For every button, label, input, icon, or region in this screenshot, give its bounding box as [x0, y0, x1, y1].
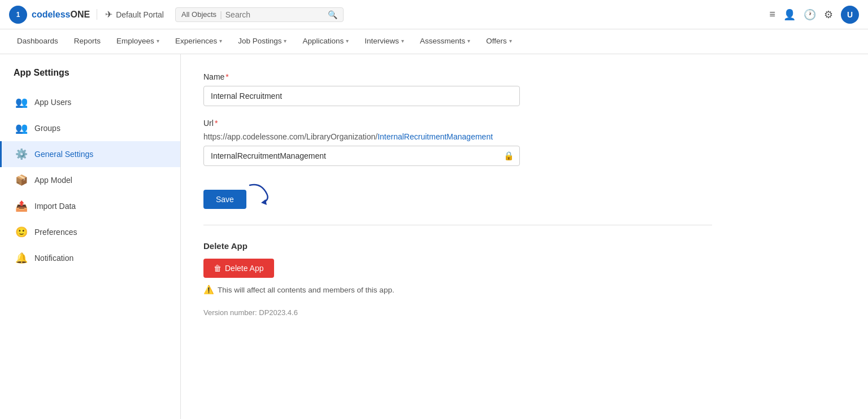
users-icon: 👥 [15, 96, 28, 108]
required-indicator: * [225, 72, 228, 81]
portal-label: Default Portal [116, 10, 164, 19]
name-input[interactable] [203, 86, 520, 106]
topbar: 1 codelessONE ✈ Default Portal All Objec… [0, 0, 868, 29]
chevron-down-icon: ▾ [467, 38, 470, 44]
sidebar-item-label: App Users [34, 98, 71, 107]
search-icon: 🔍 [328, 10, 337, 19]
delete-section-title: Delete App [203, 241, 845, 251]
sidebar-item-import-data[interactable]: 📤 Import Data [0, 193, 180, 219]
box-icon: 📦 [15, 174, 28, 186]
logo-icon: 1 [9, 6, 27, 24]
name-field-group: Name* [203, 72, 845, 106]
nav-reports[interactable]: Reports [66, 29, 108, 54]
chevron-down-icon: ▾ [509, 38, 512, 44]
bell-icon: 🔔 [15, 252, 28, 264]
nav-interviews[interactable]: Interviews ▾ [357, 29, 412, 54]
lock-icon: 🔒 [504, 151, 514, 161]
sidebar-item-general-settings[interactable]: ⚙️ General Settings [0, 141, 180, 167]
sidebar-item-label: Groups [34, 124, 60, 133]
warning-icon: ⚠️ [203, 285, 214, 295]
nav-assessments[interactable]: Assessments ▾ [412, 29, 478, 54]
sidebar-item-label: App Model [34, 176, 72, 185]
url-input[interactable] [203, 146, 520, 166]
sidebar-title: App Settings [0, 68, 180, 89]
chevron-down-icon: ▾ [401, 38, 404, 44]
objects-dropdown[interactable]: All Objects [181, 10, 216, 19]
name-label: Name* [203, 72, 845, 81]
upload-icon: 📤 [15, 200, 28, 212]
users-icon[interactable]: 👤 [783, 8, 796, 21]
delete-section: Delete App 🗑 Delete App ⚠️ This will aff… [203, 241, 845, 295]
portal-selector[interactable]: ✈ Default Portal [97, 9, 164, 20]
section-divider [203, 225, 712, 225]
arrow-annotation [250, 182, 278, 205]
history-icon[interactable]: 🕐 [804, 8, 816, 21]
topbar-right: ≡ 👤 🕐 ⚙ U [769, 6, 859, 24]
preferences-icon: 🙂 [15, 226, 28, 238]
chevron-down-icon: ▾ [346, 38, 349, 44]
layers-icon[interactable]: ≡ [769, 8, 775, 20]
main-content: Name* Url* https://app.codelessone.com/L… [181, 54, 868, 419]
groups-icon: 👥 [15, 122, 28, 134]
search-bar[interactable]: All Objects | 🔍 [175, 7, 344, 22]
nav-offers[interactable]: Offers ▾ [478, 29, 520, 54]
trash-icon: 🗑 [214, 264, 222, 273]
version-text: Version number: DP2023.4.6 [203, 308, 845, 317]
nav-applications[interactable]: Applications ▾ [294, 29, 357, 54]
logo-text: codelessONE [32, 10, 90, 20]
save-button[interactable]: Save [203, 190, 246, 209]
warning-text: ⚠️ This will affect all contents and mem… [203, 285, 845, 295]
url-input-wrapper: 🔒 [203, 146, 520, 166]
gear-icon: ⚙️ [15, 148, 28, 160]
sidebar-item-label: Import Data [34, 202, 76, 211]
sidebar: App Settings 👥 App Users 👥 Groups ⚙️ Gen… [0, 54, 181, 419]
nav-job-postings[interactable]: Job Postings ▾ [230, 29, 294, 54]
chevron-down-icon: ▾ [219, 38, 222, 44]
delete-app-button[interactable]: 🗑 Delete App [203, 259, 274, 278]
search-input[interactable] [225, 10, 324, 19]
sidebar-item-label: Notification [34, 254, 73, 263]
portal-icon: ✈ [105, 9, 112, 20]
logo[interactable]: 1 codelessONE [9, 6, 90, 24]
sidebar-item-label: General Settings [34, 150, 93, 159]
url-static-text: https://app.codelessone.com/LibraryOrgan… [203, 132, 845, 141]
url-link[interactable]: InternalRecruitmentManagement [377, 132, 493, 141]
settings-icon[interactable]: ⚙ [824, 8, 833, 21]
sidebar-item-preferences[interactable]: 🙂 Preferences [0, 219, 180, 245]
layout: App Settings 👥 App Users 👥 Groups ⚙️ Gen… [0, 54, 868, 419]
sidebar-item-app-users[interactable]: 👥 App Users [0, 89, 180, 115]
nav-employees[interactable]: Employees ▾ [108, 29, 167, 54]
url-label: Url* [203, 119, 845, 128]
chevron-down-icon: ▾ [284, 38, 287, 44]
nav-dashboards[interactable]: Dashboards [9, 29, 66, 54]
nav-experiences[interactable]: Experiences ▾ [167, 29, 230, 54]
required-indicator: * [215, 119, 218, 128]
url-field-group: Url* https://app.codelessone.com/Library… [203, 119, 845, 166]
sidebar-item-groups[interactable]: 👥 Groups [0, 115, 180, 141]
sidebar-item-app-model[interactable]: 📦 App Model [0, 167, 180, 193]
save-button-area: Save [203, 178, 845, 209]
avatar[interactable]: U [841, 6, 859, 24]
chevron-down-icon: ▾ [157, 38, 159, 44]
sidebar-item-label: Preferences [34, 228, 77, 237]
sidebar-item-notification[interactable]: 🔔 Notification [0, 245, 180, 271]
secondary-nav: Dashboards Reports Employees ▾ Experienc… [0, 29, 868, 54]
